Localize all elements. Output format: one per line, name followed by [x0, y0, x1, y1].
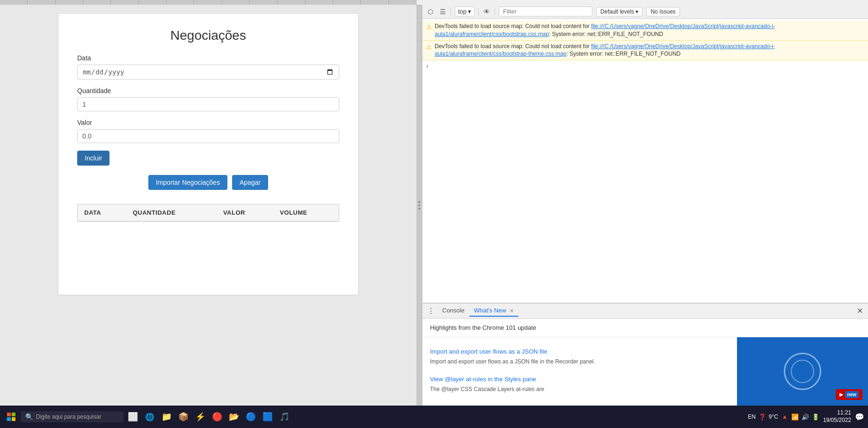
- toolbar-separator-3: [495, 8, 495, 15]
- play-icon: ▶: [839, 392, 843, 398]
- warning-icon-1: ⚠: [426, 23, 432, 31]
- context-label: top: [458, 8, 467, 15]
- devtools-toolbar: ⬡ ☰ top ▾ 👁 Default levels ▾ No Issues: [423, 5, 868, 19]
- taskbar-right-area: EN ❓ 9°C 🔺 📶 🔊 🔋 11:21 19/05/2022 💬: [748, 409, 864, 424]
- whats-new-content: Highlights from the Chrome 101 update Im…: [423, 319, 868, 406]
- data-field-group: Data: [77, 54, 339, 80]
- news-item-2[interactable]: View @layer at-rules in the Styles pane …: [423, 370, 737, 398]
- svg-rect-3: [12, 417, 15, 421]
- taskbar-icon-app3[interactable]: 📂: [226, 409, 241, 424]
- news-item-2-title: View @layer at-rules in the Styles pane: [430, 375, 729, 384]
- valor-label: Valor: [77, 119, 339, 126]
- col-volume: VOLUME: [273, 204, 339, 221]
- incluir-button[interactable]: Incluir: [77, 151, 109, 166]
- news-item-1-desc: Import and export user flows as a JSON f…: [430, 358, 729, 366]
- tab-console[interactable]: Console: [438, 305, 469, 317]
- thumbnail-inner-circle: [791, 360, 814, 383]
- col-valor: VALOR: [217, 204, 273, 221]
- valor-field-group: Valor: [77, 119, 339, 143]
- notifications-icon[interactable]: 💬: [855, 413, 864, 421]
- default-levels-button[interactable]: Default levels ▾: [596, 7, 642, 16]
- console-warning-1: ⚠ DevTools failed to load source map: Co…: [423, 21, 868, 41]
- taskbar-icon-chrome[interactable]: 🔵: [243, 409, 258, 424]
- resize-dot: [418, 208, 420, 210]
- quantidade-label: Quantidade: [77, 87, 339, 94]
- filter-input[interactable]: [499, 7, 592, 16]
- windows-logo-icon: [7, 413, 15, 421]
- taskbar: 🔍 Digite aqui para pesquisar ⬜ 🌐 📁 📦 ⚡ 🔴…: [0, 406, 868, 428]
- valor-input[interactable]: [77, 129, 339, 143]
- edge-browser-icon[interactable]: 🌐: [142, 409, 157, 424]
- taskbar-icon-app4[interactable]: 🎵: [277, 409, 292, 424]
- context-dropdown[interactable]: top ▾: [455, 7, 474, 16]
- importar-negociacoes-button[interactable]: Importar Negociações: [148, 175, 227, 190]
- toolbar-separator-2: [478, 8, 479, 15]
- resize-handle[interactable]: [416, 5, 422, 406]
- warning-link-1[interactable]: file:///C:/Users/vagne/OneDrive/Desktop/…: [435, 23, 775, 37]
- start-button[interactable]: [4, 409, 19, 424]
- page-title: Negociações: [77, 28, 339, 43]
- no-issues-button[interactable]: No Issues: [646, 7, 679, 16]
- tabs-menu-icon[interactable]: ⋮: [426, 306, 436, 316]
- expand-arrow[interactable]: ›: [423, 60, 868, 71]
- temperature-display: 9°C: [769, 413, 778, 420]
- data-label: Data: [77, 54, 339, 62]
- language-indicator[interactable]: EN: [748, 413, 756, 420]
- speaker-icon[interactable]: 🔊: [802, 413, 809, 421]
- eye-icon[interactable]: 👁: [482, 7, 491, 16]
- device-toolbar-icon[interactable]: ☰: [438, 7, 447, 16]
- warning-text-1: DevTools failed to load source map: Coul…: [435, 22, 864, 38]
- network-icon: 🔺: [781, 413, 788, 421]
- warning-icon-2: ⚠: [426, 43, 432, 51]
- search-label: Digite aqui para pesquisar: [36, 413, 101, 420]
- app-card: Negociações Data Quantidade Valor Inclui…: [58, 14, 358, 295]
- tab-whats-new[interactable]: What's New ✕: [469, 305, 519, 317]
- svg-rect-2: [7, 417, 11, 421]
- svg-rect-0: [7, 413, 11, 416]
- task-view-icon[interactable]: ⬜: [125, 409, 140, 424]
- search-icon: 🔍: [25, 413, 33, 421]
- col-data: DATA: [78, 204, 126, 221]
- negotiations-table: DATA QUANTIDADE VALOR VOLUME: [78, 204, 339, 221]
- time-display: 11:21: [823, 409, 851, 417]
- news-item-2-desc: The @layer CSS Cascade Layers at-rules a…: [430, 385, 729, 393]
- table-header-row: DATA QUANTIDADE VALOR VOLUME: [78, 204, 339, 221]
- taskbar-icon-vscode[interactable]: 🟦: [260, 409, 275, 424]
- console-warning-2: ⚠ DevTools failed to load source map: Co…: [423, 41, 868, 61]
- play-button[interactable]: ▶ new: [836, 389, 862, 400]
- chevron-down-icon: ▾: [468, 8, 471, 15]
- bottom-panel-close-button[interactable]: ✕: [855, 306, 864, 316]
- ruler-bar: [0, 0, 416, 5]
- news-thumbnail: ▶ new: [737, 337, 868, 406]
- data-input[interactable]: [77, 65, 339, 80]
- devtools-bottom-panel: ⋮ Console What's New ✕ ✕ Highlights from…: [423, 303, 868, 406]
- warning-link-2[interactable]: file:///C:/Users/vagne/OneDrive/Desktop/…: [435, 43, 775, 58]
- clock[interactable]: 11:21 19/05/2022: [823, 409, 851, 424]
- taskbar-icon-app1[interactable]: ⚡: [193, 409, 208, 424]
- toolbar-separator-1: [451, 8, 451, 15]
- search-bar[interactable]: 🔍 Digite aqui para pesquisar: [21, 411, 124, 422]
- resize-dot: [418, 204, 420, 206]
- taskbar-icon-dropbox[interactable]: 📦: [176, 409, 191, 424]
- news-item-1-title: Import and export user flows as a JSON f…: [430, 348, 729, 356]
- quantidade-field-group: Quantidade: [77, 87, 339, 111]
- devtools-console-output: ⚠ DevTools failed to load source map: Co…: [423, 19, 868, 303]
- negotiations-table-container: DATA QUANTIDADE VALOR VOLUME: [77, 204, 339, 222]
- svg-rect-1: [12, 413, 15, 416]
- warning-text-2: DevTools failed to load source map: Coul…: [435, 43, 864, 58]
- apagar-button[interactable]: Apagar: [232, 175, 268, 190]
- devtools-panel: ⬡ ☰ top ▾ 👁 Default levels ▾ No Issues ⚠…: [422, 5, 868, 406]
- file-explorer-icon[interactable]: 📁: [159, 409, 174, 424]
- help-icon[interactable]: ❓: [759, 413, 766, 421]
- taskbar-icon-app2[interactable]: 🔴: [210, 409, 225, 424]
- tab-whats-new-close[interactable]: ✕: [510, 308, 514, 313]
- resize-dot: [418, 201, 420, 203]
- date-display: 19/05/2022: [823, 417, 851, 424]
- new-badge: new: [845, 391, 859, 398]
- quantidade-input[interactable]: [77, 97, 339, 111]
- browser-content-area: Negociações Data Quantidade Valor Inclui…: [0, 5, 416, 406]
- news-list: Import and export user flows as a JSON f…: [423, 337, 737, 406]
- tab-whats-new-label: What's New: [474, 307, 506, 314]
- news-item-1[interactable]: Import and export user flows as a JSON f…: [423, 343, 737, 370]
- inspect-element-icon[interactable]: ⬡: [426, 7, 435, 16]
